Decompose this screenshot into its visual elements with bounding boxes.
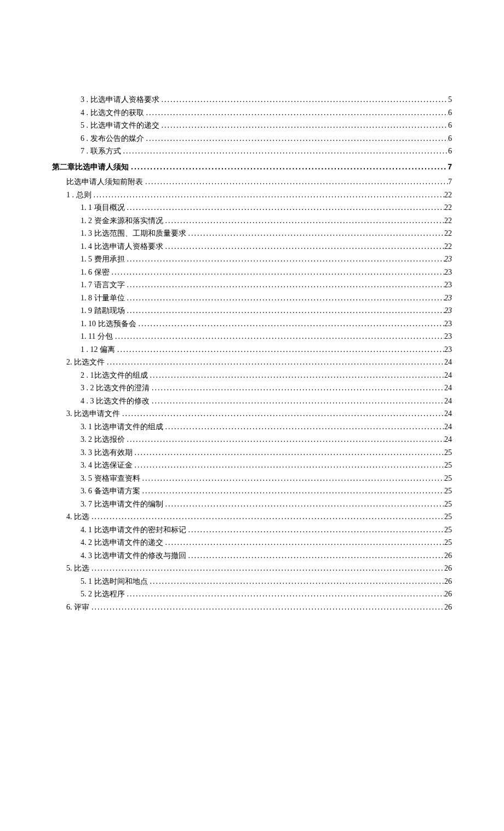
toc-entry: 2 . 1比选文件的组成24 [52,372,452,379]
toc-entry: 3 . 2 比选文件的澄清24 [52,384,452,392]
toc-page-number: 26 [444,590,452,598]
toc-page-number: 26 [444,565,452,572]
toc-leader-dots [163,243,445,251]
toc-leader-dots [140,475,445,482]
toc-label: 5 . 比选申请文件的递交 [81,122,159,129]
toc-page-number: 25 [444,462,452,469]
toc-leader-dots [159,96,449,104]
toc-label: 3. 比选申请文件 [66,410,120,418]
toc-page-number: 6 [448,135,452,143]
toc-page-number: 25 [444,500,452,508]
toc-leader-dots [91,191,445,199]
toc-leader-dots [133,462,445,469]
toc-label: 1. 8 计量单位 [81,294,125,302]
toc-entry: 1. 5 费用承担23 [52,255,452,263]
toc-label: 3. 4 比选保证金 [81,462,133,469]
toc-entry: 3. 4 比选保证金25 [52,462,452,469]
toc-label: 1. 1 项目概况 [81,204,125,212]
toc-page-number: 7 [448,178,452,186]
toc-entry: 3. 2 比选报价24 [52,436,452,443]
toc-entry: 4. 3 比选申请文件的修改与撤回26 [52,552,452,560]
toc-leader-dots [125,281,445,289]
toc-entry: 1. 3 比选范围、工期和质量要求22 [52,230,452,237]
toc-entry: 1. 11 分包23 [52,333,452,340]
toc-entry: 3. 5 资格审查资料25 [52,475,452,482]
toc-leader-dots [105,358,444,366]
toc-entry: 1. 2 资金来源和落实情况22 [52,217,452,225]
toc-label: 1. 11 分包 [81,333,113,340]
toc-leader-dots [140,487,445,495]
toc-page-number: 23 [444,346,452,354]
toc-label: 3. 3 比选有效期 [81,449,133,457]
toc-leader-dots [125,436,445,443]
toc-page-number: 22 [444,204,452,212]
toc-entry: 第二章比选申请人须知7 [52,163,452,170]
toc-leader-dots [186,526,445,534]
toc-page-number: 24 [444,423,452,431]
toc-entry: 1. 4 比选申请人资格要求22 [52,243,452,251]
toc-entry: 3. 比选申请文件24 [52,410,452,418]
toc-page-number: 5 [448,96,452,104]
toc-page-number: 24 [444,372,452,379]
toc-label: 4. 1 比选申请文件的密封和标记 [81,526,186,534]
toc-entry: 3. 1 比选申请文件的组成24 [52,423,452,431]
toc-entry: 4. 2 比选申请文件的递交25 [52,539,452,547]
toc-leader-dots [125,307,445,315]
toc-entry: 6. 评审26 [52,604,452,611]
toc-label: 1. 4 比选申请人资格要求 [81,243,163,251]
toc-label: 2 . 1比选文件的组成 [81,372,148,379]
toc-entry: 1. 10 比选预备会23 [52,320,452,328]
toc-leader-dots [150,384,444,392]
toc-entry: 6 . 发布公告的媒介6 [52,135,452,143]
toc-page-number: 23 [444,269,452,276]
toc-entry: 1. 9 踏勘现场23 [52,307,452,315]
toc-entry: 1. 1 项目概况22 [52,204,452,212]
toc-leader-dots [186,230,445,237]
toc-entry: 1 . 12 偏离23 [52,346,452,354]
toc-page-number: 26 [444,552,452,560]
toc-leader-dots [144,109,449,117]
toc-page-number: 23 [444,320,452,328]
toc-page-number: 22 [444,191,452,199]
toc-leader-dots [125,255,445,263]
toc-label: 第二章比选申请人须知 [52,163,129,170]
toc-entry: 3. 6 备选申请方案25 [52,487,452,495]
toc-page-number: 23 [444,294,452,302]
toc-page-number: 23 [444,307,452,315]
toc-leader-dots [89,565,444,572]
toc-label: 3. 6 备选申请方案 [81,487,140,495]
toc-entry: 4 . 3 比选文件的修改24 [52,397,452,405]
toc-entry: 5 . 比选申请文件的递交6 [52,122,452,129]
toc-label: 1. 7 语言文字 [81,281,125,289]
toc-page-number: 23 [444,333,452,340]
toc-label: 5. 1 比选时间和地点 [81,578,148,585]
table-of-contents: 3 . 比选申请人资格要求54 . 比选文件的获取65 . 比选申请文件的递交6… [52,96,452,611]
toc-page-number: 24 [444,384,452,392]
toc-page-number: 23 [444,255,452,263]
toc-leader-dots [143,178,448,186]
toc-label: 3 . 比选申请人资格要求 [81,96,159,104]
toc-label: 1. 2 资金来源和落实情况 [81,217,163,225]
toc-leader-dots [121,147,449,155]
toc-entry: 5. 1 比选时间和地点26 [52,578,452,585]
toc-page-number: 25 [444,449,452,457]
toc-label: 1. 6 保密 [81,269,110,276]
toc-page-number: 6 [448,122,452,129]
toc-page-number: 6 [448,147,452,155]
toc-leader-dots [89,513,444,521]
toc-entry: 3. 7 比选申请文件的编制25 [52,500,452,508]
toc-page-number: 25 [444,475,452,482]
toc-entry: 4. 1 比选申请文件的密封和标记25 [52,526,452,534]
toc-leader-dots [148,578,445,585]
toc-leader-dots [186,552,445,560]
toc-label: 6. 评审 [66,604,89,611]
toc-leader-dots [144,135,449,143]
toc-leader-dots [133,449,445,457]
toc-leader-dots [163,500,445,508]
toc-entry: 3. 3 比选有效期25 [52,449,452,457]
toc-entry: 比选申请人须知前附表7 [52,178,452,186]
toc-entry: 5. 比选26 [52,565,452,572]
toc-leader-dots [120,410,444,418]
toc-leader-dots [115,346,444,354]
toc-page-number: 25 [444,526,452,534]
